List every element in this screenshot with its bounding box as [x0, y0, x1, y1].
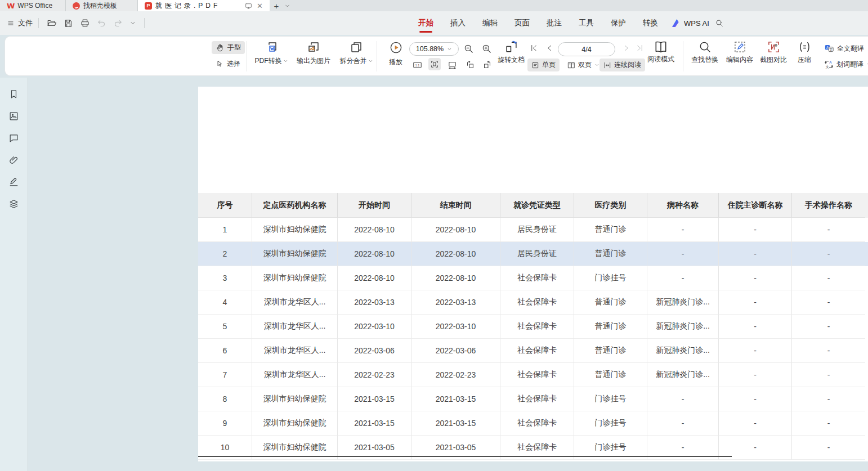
table-row[interactable]: 7深圳市龙华区人...2022-02-232022-02-23社会保障卡普通门诊…	[198, 363, 868, 387]
table-cell: 深圳市妇幼保健院	[252, 266, 338, 290]
fit-width-button[interactable]	[446, 59, 458, 71]
double-page-icon	[567, 61, 575, 69]
chevron-down-icon	[447, 47, 452, 52]
find-replace-button[interactable]: 查找替换	[687, 41, 722, 65]
zoom-out-button[interactable]	[463, 43, 474, 54]
zoom-level-select[interactable]: 105.88%	[409, 42, 459, 56]
page-number-input[interactable]: 4/4	[558, 42, 615, 56]
signature-pen-icon[interactable]	[8, 177, 19, 187]
ribbon-tab-1[interactable]: 插入	[450, 12, 466, 34]
table-row[interactable]: 3深圳市妇幼保健院2022-08-102022-08-10社会保障卡门诊挂号--…	[198, 266, 868, 290]
read-mode-label: 阅读模式	[647, 55, 674, 64]
export-image-button[interactable]: 输出为图片	[293, 41, 334, 66]
table-cell: 社会保障卡	[500, 363, 574, 387]
rotate-right-button[interactable]	[481, 59, 493, 71]
document-title: 就医记录.PDF	[155, 1, 241, 11]
table-cell: 深圳市妇幼保健院	[252, 387, 338, 411]
tab-list-chevron-icon[interactable]	[284, 0, 290, 11]
redo-icon[interactable]	[113, 19, 123, 28]
table-cell: -	[792, 339, 865, 363]
table-cell: -	[792, 242, 865, 266]
table-cell: 社会保障卡	[500, 315, 574, 339]
pdf-convert-icon	[265, 41, 278, 54]
print-icon[interactable]	[80, 18, 90, 28]
tab-docer-templates[interactable]: 找稻壳模板	[66, 0, 138, 11]
export-image-icon	[307, 41, 320, 54]
undo-icon[interactable]	[97, 19, 106, 28]
read-mode-button[interactable]: 阅读模式	[643, 39, 678, 64]
last-page-button[interactable]	[636, 44, 644, 52]
table-cell: 普通门诊	[574, 339, 647, 363]
pdf-file-icon: P	[145, 2, 152, 10]
table-row[interactable]: 5深圳市龙华区人...2022-03-102022-03-10社会保障卡普通门诊…	[198, 315, 868, 339]
play-button[interactable]: 播放	[383, 41, 408, 67]
first-page-button[interactable]	[530, 44, 538, 52]
quickbar-chevron-icon[interactable]	[129, 20, 136, 26]
actual-size-button[interactable]: 1:1	[411, 59, 423, 71]
table-cell: 深圳市龙华区人...	[252, 290, 338, 315]
table-row[interactable]: 9深圳市妇幼保健院2021-03-152021-03-15社会保障卡门诊挂号--…	[198, 411, 868, 436]
table-row[interactable]: 8深圳市妇幼保健院2021-03-152021-03-15社会保障卡门诊挂号--…	[198, 387, 868, 411]
screenshot-compare-button[interactable]: 截图对比	[756, 41, 791, 65]
table-row[interactable]: 4深圳市龙华区人...2022-03-132022-03-13社会保障卡普通门诊…	[198, 290, 868, 315]
document-viewport[interactable]: 序号定点医药机构名称开始时间结束时间就诊凭证类型医疗类别病种名称住院主诊断名称手…	[28, 78, 868, 471]
toolbar-panel: 手型 选择 PDF转换 输出为图片 拆分合并	[5, 36, 868, 76]
file-menu-label: 文件	[18, 18, 33, 28]
split-merge-button[interactable]: 拆分合并	[335, 41, 378, 66]
table-cell: 7	[198, 363, 252, 387]
file-menu-button[interactable]: 文件	[0, 18, 38, 28]
column-header: 序号	[198, 193, 252, 218]
hand-tool-button[interactable]: 手型	[212, 41, 245, 54]
double-page-button[interactable]: 双页	[563, 59, 603, 71]
ribbon-tab-7[interactable]: 转换	[643, 12, 658, 34]
rotate-left-button[interactable]	[464, 59, 476, 71]
bookmark-icon[interactable]	[8, 89, 19, 100]
ribbon-tab-3[interactable]: 页面	[514, 12, 530, 34]
rotate-right-icon	[482, 60, 492, 70]
table-row[interactable]: 2深圳市妇幼保健院2022-08-102022-08-10居民身份证普通门诊--…	[198, 242, 868, 266]
tab-document[interactable]: P 就医记录.PDF ✕	[138, 0, 270, 11]
table-cell: -	[719, 339, 792, 363]
rotate-document-button[interactable]: 旋转文档	[493, 40, 530, 65]
pdf-convert-button[interactable]: PDF转换	[250, 41, 292, 66]
ribbon-tab-2[interactable]: 编辑	[482, 12, 498, 34]
next-page-button[interactable]	[622, 44, 630, 52]
new-tab-button[interactable]: +	[270, 0, 283, 11]
ribbon-tab-0[interactable]: 开始	[418, 12, 433, 34]
close-tab-icon[interactable]: ✕	[257, 2, 263, 10]
table-cell: -	[719, 218, 792, 242]
table-cell: 2022-08-10	[411, 218, 500, 242]
single-page-button[interactable]: 单页	[527, 59, 560, 71]
ribbon-tab-5[interactable]: 工具	[579, 12, 594, 34]
table-cell: 普通门诊	[574, 290, 647, 315]
monitor-icon[interactable]	[245, 2, 252, 10]
word-translate-button[interactable]: A文 划词翻译	[820, 58, 868, 71]
tab-wps-home[interactable]: W WPS Office	[0, 0, 66, 11]
save-icon[interactable]	[64, 19, 73, 28]
fit-page-button[interactable]	[428, 58, 441, 70]
thumbnail-icon[interactable]	[8, 111, 19, 122]
table-cell: 普通门诊	[574, 242, 647, 266]
book-icon	[654, 39, 668, 54]
ribbon-tab-6[interactable]: 保护	[611, 12, 626, 34]
edit-content-button[interactable]: 编辑内容	[722, 41, 757, 65]
split-merge-icon	[350, 41, 363, 54]
prev-page-button[interactable]	[545, 44, 554, 52]
menu-search-icon[interactable]	[715, 19, 724, 28]
compress-button[interactable]: 压缩	[791, 41, 818, 65]
open-file-icon[interactable]	[47, 18, 57, 28]
paperclip-icon[interactable]	[8, 155, 19, 165]
zoom-in-button[interactable]	[481, 43, 492, 54]
comment-icon[interactable]	[8, 133, 19, 143]
select-tool-button[interactable]: 选择	[212, 57, 244, 70]
wps-ai-button[interactable]: WPS AI	[672, 11, 709, 35]
table-row[interactable]: 6深圳市龙华区人...2022-03-062022-03-06社会保障卡普通门诊…	[198, 339, 868, 363]
continuous-read-button[interactable]: 连续阅读	[599, 59, 645, 71]
table-cell: 2022-03-13	[411, 290, 500, 315]
layers-icon[interactable]	[8, 199, 19, 209]
ribbon-tab-4[interactable]: 批注	[547, 12, 562, 34]
table-cell: -	[647, 266, 719, 290]
table-cell: 深圳市龙华区人...	[252, 315, 338, 339]
full-translate-button[interactable]: A文 全文翻译	[820, 42, 868, 55]
table-row[interactable]: 1深圳市妇幼保健院2022-08-102022-08-10居民身份证普通门诊--…	[198, 218, 868, 242]
